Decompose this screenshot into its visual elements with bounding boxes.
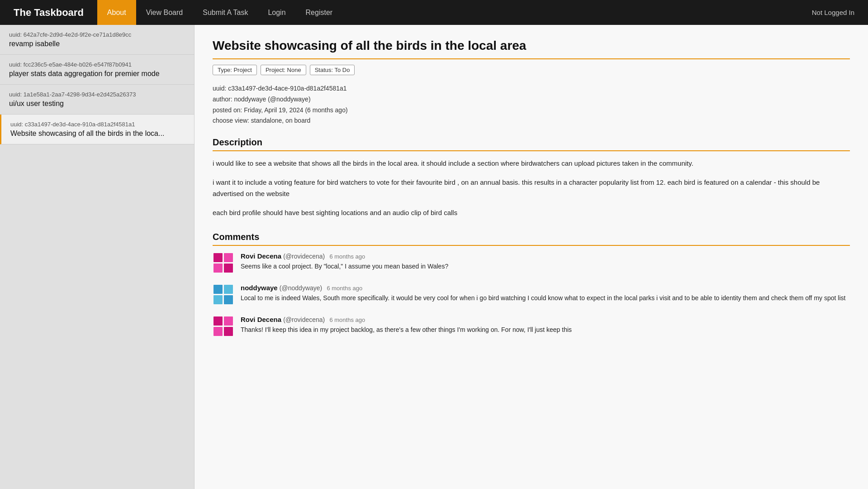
- sidebar-item[interactable]: uuid: c33a1497-de3d-4ace-910a-d81a2f4581…: [0, 115, 194, 144]
- comment-handle: (@rovidecena): [283, 316, 325, 323]
- avatar-pixel: [224, 253, 233, 262]
- navbar: The Taskboard AboutView BoardSubmit A Ta…: [0, 0, 868, 25]
- description-paragraph: i want it to include a voting feature fo…: [213, 177, 850, 200]
- sidebar-item-uuid: uuid: c33a1497-de3d-4ace-910a-d81a2f4581…: [10, 121, 185, 128]
- meta-info: uuid: c33a1497-de3d-4ace-910a-d81a2f4581…: [213, 83, 850, 126]
- sidebar-item[interactable]: uuid: 1a1e58a1-2aa7-4298-9d34-e2d425a263…: [0, 85, 194, 115]
- comment-time: 6 months ago: [329, 316, 365, 323]
- avatar-pixel: [213, 316, 223, 326]
- meta-view: choose view: standalone, on board: [213, 115, 850, 126]
- sidebar: uuid: 642a7cfe-2d9d-4e2d-9f2e-ce71a1d8e9…: [0, 25, 194, 489]
- comment-handle: (@noddywaye): [280, 284, 322, 292]
- sidebar-item-title: revamp isabelle: [9, 40, 185, 48]
- badge: Status: To Do: [310, 65, 355, 75]
- meta-uuid: uuid: c33a1497-de3d-4ace-910a-d81a2f4581…: [213, 83, 850, 94]
- avatar-pixel: [224, 285, 233, 294]
- badges-container: Type: ProjectProject: NoneStatus: To Do: [213, 65, 850, 75]
- avatar-pixel: [213, 253, 223, 262]
- sidebar-item-uuid: uuid: 642a7cfe-2d9d-4e2d-9f2e-ce71a1d8e9…: [9, 31, 185, 38]
- avatar-pixel: [224, 316, 233, 326]
- avatar-pixel: [213, 264, 223, 273]
- comment: noddywaye (@noddywaye) 6 months ago Loca…: [213, 284, 850, 306]
- nav-link-view-board[interactable]: View Board: [136, 0, 193, 25]
- nav-link-register[interactable]: Register: [296, 0, 343, 25]
- sidebar-item-uuid: uuid: 1a1e58a1-2aa7-4298-9d34-e2d425a263…: [9, 91, 185, 98]
- nav-status: Not Logged In: [798, 9, 868, 16]
- avatar-pixel: [224, 295, 233, 304]
- description-paragraph: i would like to see a website that shows…: [213, 158, 850, 169]
- nav-link-login[interactable]: Login: [258, 0, 295, 25]
- description-heading: Description: [213, 137, 850, 151]
- layout: uuid: 642a7cfe-2d9d-4e2d-9f2e-ce71a1d8e9…: [0, 25, 868, 489]
- badge: Project: None: [261, 65, 306, 75]
- meta-author: author: noddywaye (@noddywaye): [213, 94, 850, 105]
- comment-text: Local to me is indeed Wales, South more …: [241, 293, 845, 303]
- sidebar-item[interactable]: uuid: fcc236c5-e5ae-484e-b026-e547f87b09…: [0, 55, 194, 85]
- comments-heading: Comments: [213, 232, 850, 246]
- comment-header: Rovi Decena (@rovidecena) 6 months ago: [241, 252, 448, 260]
- comments-section: Comments Rovi Decena (@rovidecena) 6 mon…: [213, 232, 850, 337]
- comment-handle: (@rovidecena): [283, 253, 325, 260]
- avatar-pixel: [213, 285, 223, 294]
- comment-body: Rovi Decena (@rovidecena) 6 months ago T…: [241, 316, 572, 335]
- comment-header: noddywaye (@noddywaye) 6 months ago: [241, 284, 845, 292]
- main-content: Website showcasing of all the birds in t…: [194, 25, 868, 489]
- badge: Type: Project: [213, 65, 257, 75]
- avatar-pixel: [213, 327, 223, 336]
- avatar: [213, 316, 234, 337]
- avatar: [213, 252, 234, 274]
- sidebar-item-uuid: uuid: fcc236c5-e5ae-484e-b026-e547f87b09…: [9, 61, 185, 68]
- description-paragraphs: i would like to see a website that shows…: [213, 158, 850, 218]
- brand: The Taskboard: [0, 7, 97, 19]
- comment-author: noddywaye: [241, 284, 278, 292]
- description-paragraph: each bird profile should have best sight…: [213, 207, 850, 219]
- nav-links: AboutView BoardSubmit A TaskLoginRegiste…: [97, 0, 798, 25]
- comment: Rovi Decena (@rovidecena) 6 months ago S…: [213, 252, 850, 274]
- task-title: Website showcasing of all the birds in t…: [213, 38, 850, 59]
- comment-time: 6 months ago: [327, 285, 362, 292]
- comment-text: Seems like a cool project. By "local," I…: [241, 261, 448, 271]
- avatar-pixel: [224, 327, 233, 336]
- comment-time: 6 months ago: [329, 253, 365, 260]
- meta-posted: posted on: Friday, April 19, 2024 (6 mon…: [213, 105, 850, 116]
- sidebar-item-title: player stats data aggregation for premie…: [9, 70, 185, 78]
- comments-list: Rovi Decena (@rovidecena) 6 months ago S…: [213, 252, 850, 337]
- comment-body: Rovi Decena (@rovidecena) 6 months ago S…: [241, 252, 448, 271]
- comment-author: Rovi Decena: [241, 252, 281, 260]
- sidebar-item-title: ui/ux user testing: [9, 100, 185, 108]
- comment-header: Rovi Decena (@rovidecena) 6 months ago: [241, 316, 572, 323]
- nav-link-submit-a-task[interactable]: Submit A Task: [193, 0, 258, 25]
- comment-body: noddywaye (@noddywaye) 6 months ago Loca…: [241, 284, 845, 303]
- avatar-pixel: [224, 264, 233, 273]
- comment-author: Rovi Decena: [241, 316, 281, 323]
- nav-link-about[interactable]: About: [97, 0, 136, 25]
- avatar-pixel: [213, 295, 223, 304]
- avatar: [213, 284, 234, 306]
- comment-text: Thanks! I'll keep this idea in my projec…: [241, 325, 572, 335]
- comment: Rovi Decena (@rovidecena) 6 months ago T…: [213, 316, 850, 337]
- sidebar-item[interactable]: uuid: 642a7cfe-2d9d-4e2d-9f2e-ce71a1d8e9…: [0, 25, 194, 55]
- sidebar-item-title: Website showcasing of all the birds in t…: [10, 129, 185, 138]
